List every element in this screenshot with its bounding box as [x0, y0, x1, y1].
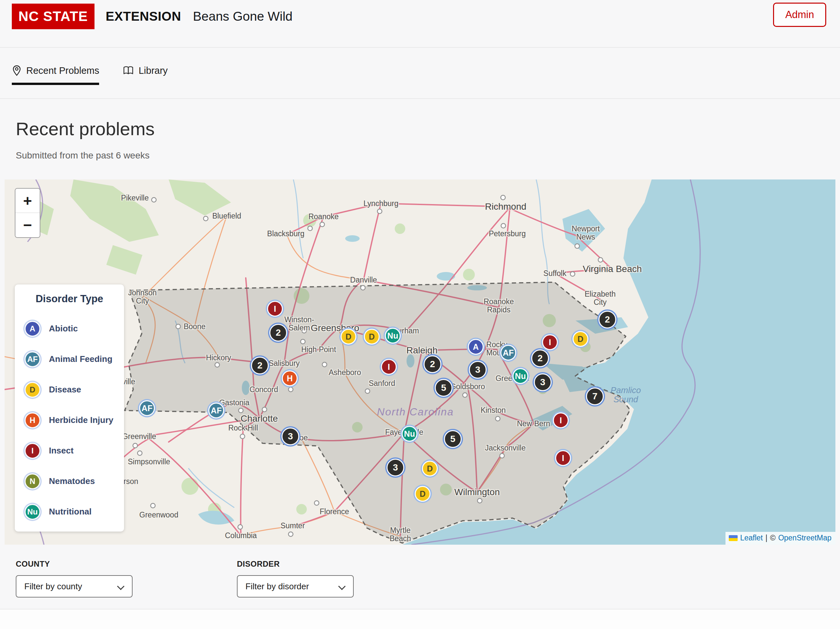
copyright-symbol: ©: [770, 534, 776, 542]
disorder-filter-label: DISORDER: [237, 559, 354, 569]
legend-item-label: Disease: [49, 384, 81, 395]
disorder-marker-d[interactable]: D: [415, 486, 431, 502]
leaflet-link[interactable]: Leaflet: [740, 534, 763, 542]
nav-divider: [0, 98, 840, 99]
disorder-marker-i[interactable]: I: [381, 359, 397, 375]
legend-badge-i: I: [25, 443, 40, 459]
disorder-marker-i[interactable]: I: [553, 412, 568, 428]
tab-recent-problems[interactable]: Recent Problems: [12, 65, 99, 85]
zoom-out-button[interactable]: −: [16, 213, 40, 237]
legend-badge-nu: Nu: [25, 504, 40, 520]
cluster-marker[interactable]: 2: [531, 349, 549, 367]
disorder-marker-i[interactable]: I: [555, 450, 571, 466]
disorder-marker-af[interactable]: AF: [139, 400, 155, 416]
county-filter-group: COUNTY Filter by county: [16, 559, 133, 597]
disorder-marker-d[interactable]: D: [341, 329, 356, 345]
main-nav: Recent Problems Library: [12, 65, 168, 85]
disorder-marker-d[interactable]: D: [422, 461, 438, 476]
disorder-marker-d[interactable]: D: [573, 331, 588, 347]
page-title: Recent problems: [16, 118, 155, 139]
bottom-strip: [0, 609, 840, 629]
cluster-marker[interactable]: 5: [444, 430, 462, 448]
legend-items: AAbioticAFAnimal FeedingDDiseaseHHerbici…: [15, 313, 124, 527]
disorder-marker-af[interactable]: AF: [208, 403, 224, 418]
legend-title: Disorder Type: [15, 293, 124, 305]
attribution-separator: |: [766, 534, 767, 542]
disorder-filter-select[interactable]: Filter by disorder: [237, 575, 354, 597]
header: NC STATE EXTENSION Beans Gone Wild Admin: [0, 0, 840, 47]
legend-item-d: DDisease: [15, 375, 124, 405]
county-filter-value: Filter by county: [24, 582, 82, 592]
disorder-marker-a[interactable]: A: [468, 339, 484, 355]
tab-library[interactable]: Library: [123, 65, 168, 85]
disorder-marker-af[interactable]: AF: [501, 345, 516, 360]
map-pin-icon: [12, 65, 22, 76]
tab-label: Library: [139, 65, 168, 76]
ukraine-flag-icon: [729, 535, 737, 541]
ncstate-logo[interactable]: NC STATE: [12, 4, 95, 29]
disorder-filter-group: DISORDER Filter by disorder: [237, 559, 354, 597]
openstreetmap-link[interactable]: OpenStreetMap: [778, 534, 832, 542]
cluster-marker[interactable]: 5: [435, 379, 453, 397]
legend-item-n: NNematodes: [15, 466, 124, 496]
cluster-marker[interactable]: 7: [586, 387, 604, 405]
cluster-marker[interactable]: 3: [281, 428, 299, 445]
page-subtitle: Submitted from the past 6 weeks: [16, 150, 150, 161]
disorder-marker-nu[interactable]: Nu: [402, 426, 417, 442]
cluster-marker[interactable]: 2: [598, 311, 616, 329]
disorder-marker-h[interactable]: H: [282, 370, 298, 386]
legend-item-nu: NuNutritional: [15, 496, 124, 527]
filter-bar: COUNTY Filter by county DISORDER Filter …: [16, 559, 354, 597]
header-divider: [0, 47, 840, 47]
legend-item-label: Nematodes: [49, 476, 95, 486]
disorder-marker-d[interactable]: D: [364, 329, 380, 345]
book-icon: [123, 66, 134, 76]
legend-item-i: IInsect: [15, 435, 124, 466]
cluster-marker[interactable]: 2: [269, 324, 287, 341]
zoom-in-button[interactable]: +: [16, 189, 40, 213]
chevron-down-icon: [117, 583, 125, 590]
map-zoom-control: + −: [15, 188, 40, 238]
legend-item-label: Nutritional: [49, 507, 92, 517]
legend-badge-n: N: [25, 474, 40, 489]
app-title: Beans Gone Wild: [193, 9, 293, 24]
disorder-marker-nu[interactable]: Nu: [385, 328, 401, 343]
disorder-marker-i[interactable]: I: [267, 301, 283, 317]
disorder-filter-value: Filter by disorder: [245, 582, 309, 592]
legend-item-label: Insect: [49, 446, 74, 456]
admin-button[interactable]: Admin: [773, 3, 826, 27]
disorder-marker-i[interactable]: I: [542, 334, 558, 350]
county-filter-label: COUNTY: [16, 559, 133, 569]
legend-item-label: Abiotic: [49, 324, 78, 334]
legend-badge-a: A: [25, 321, 40, 337]
map-attribution: Leaflet | © OpenStreetMap: [725, 532, 835, 545]
county-filter-select[interactable]: Filter by county: [16, 575, 133, 597]
cluster-marker[interactable]: 3: [387, 459, 404, 476]
disorder-marker-nu[interactable]: Nu: [513, 368, 528, 384]
map-canvas[interactable]: PikevilleBluefieldBlacksburgRoanokeLynch…: [5, 180, 835, 545]
legend-badge-h: H: [25, 412, 40, 428]
tab-label: Recent Problems: [26, 65, 99, 76]
cluster-marker[interactable]: 2: [251, 357, 269, 375]
legend-item-label: Herbicide Injury: [49, 415, 114, 425]
legend-badge-af: AF: [25, 351, 40, 367]
disorder-legend: Disorder Type AAbioticAFAnimal FeedingDD…: [15, 284, 124, 531]
chevron-down-icon: [338, 583, 346, 590]
legend-item-h: HHerbicide Injury: [15, 405, 124, 435]
legend-item-a: AAbiotic: [15, 313, 124, 344]
cluster-marker[interactable]: 2: [424, 356, 441, 373]
cluster-marker[interactable]: 3: [469, 361, 486, 379]
cluster-marker[interactable]: 3: [534, 373, 551, 391]
legend-badge-d: D: [25, 382, 40, 398]
extension-wordmark: EXTENSION: [106, 9, 181, 24]
legend-item-label: Animal Feeding: [49, 354, 112, 364]
legend-item-af: AFAnimal Feeding: [15, 344, 124, 375]
